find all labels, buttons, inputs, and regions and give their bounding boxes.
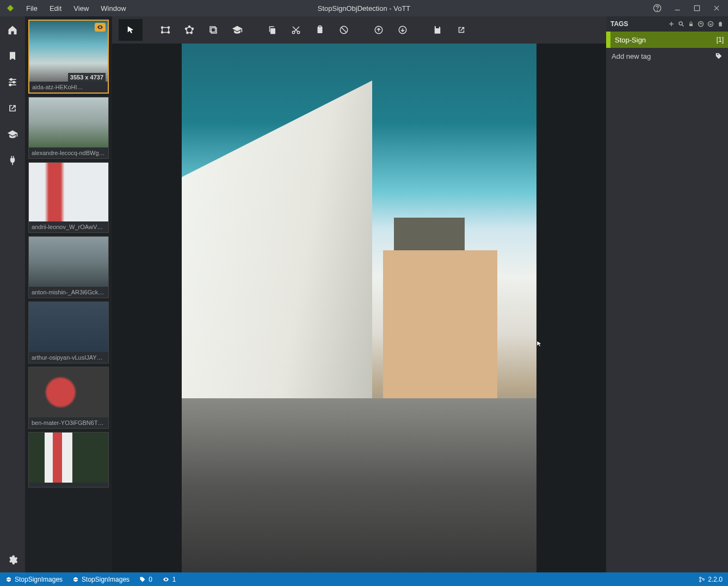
menu-file[interactable]: File [26,4,38,13]
move-tag-down-icon[interactable] [707,21,714,27]
window-controls [645,4,728,13]
footer-target-connection[interactable]: StopSignImages [72,576,129,583]
svg-rect-30 [319,26,322,28]
svg-point-17 [168,32,170,33]
svg-point-16 [162,32,163,33]
gear-icon[interactable] [7,554,18,566]
thumbnail-label [29,483,108,487]
status-bar: StopSignImages StopSignImages 0 1 2.2.0 [0,572,728,586]
tags-panel: TAGS Stop-Sign [1] Add new tag [606,16,728,572]
svg-point-10 [13,81,15,83]
thumbnail-item[interactable] [28,432,109,488]
minimize-icon[interactable] [674,4,681,12]
editor-toolbar [112,16,606,44]
window-title: StopSignObjDetection - VoTT [318,4,411,13]
delete-tag-icon[interactable] [717,21,724,27]
canvas-image[interactable] [182,44,536,572]
footer-target-label: StopSignImages [82,576,129,583]
thumbnail-item[interactable]: anton-mishin-_AR3i6Gck0Q-un… [28,236,109,298]
menu-window[interactable]: Window [101,4,126,13]
thumbnail-label: andrii-leonov_W_rOAwVBPno… [29,221,108,232]
svg-rect-24 [211,28,217,33]
title-bar: File Edit View Window StopSignObjDetecti… [0,0,728,16]
close-icon[interactable] [713,4,720,12]
svg-point-42 [700,577,701,578]
active-learning-button[interactable] [225,19,249,41]
copy-rectangle-button[interactable] [201,19,225,41]
thumbnail-item[interactable]: arthur-osipyan-vLusIJAYy_Q-un… [28,301,109,363]
export-project-button[interactable] [449,19,473,41]
thumbnail-image [29,433,108,483]
image-content [182,398,536,572]
thumbnails-panel[interactable]: 3553 x 4737 aida-atz-HEKoHI… alexandre-l… [25,16,112,572]
tags-header: TAGS [606,16,728,32]
svg-point-40 [699,22,704,27]
thumbnail-item[interactable]: alexandre-lecocq-ndBWgMLw6… [28,97,109,159]
svg-point-41 [708,22,713,27]
thumbnail-image [29,367,108,417]
lock-tag-icon[interactable] [688,21,694,27]
svg-point-12 [9,84,11,85]
footer-tagged-count: 0 [139,576,152,583]
thumbnail-image [29,302,108,352]
graduation-cap-icon[interactable] [7,128,18,140]
cut-button[interactable] [284,19,308,41]
canvas-area[interactable] [112,44,606,572]
plug-icon[interactable] [7,155,18,166]
svg-point-22 [187,32,188,34]
menu-edit[interactable]: Edit [50,4,61,13]
thumbnail-label: arthur-osipyan-vLusIJAYy_Q-un… [29,352,108,363]
cursor-icon [535,340,543,348]
thumbnail-item[interactable]: ben-mater-YO3iFGBN6TU-uns… [28,367,109,429]
home-icon[interactable] [7,24,18,36]
previous-asset-button[interactable] [367,19,391,41]
tag-hotkey: [1] [717,36,724,44]
search-tag-icon[interactable] [678,21,684,27]
help-icon[interactable] [653,4,662,13]
clear-regions-button[interactable] [332,19,356,41]
copy-button[interactable] [260,19,284,41]
thumbnail-dimensions: 3553 x 4737 [68,73,106,82]
select-tool-button[interactable] [119,19,143,41]
thumbnail-image [29,163,108,221]
thumbnail-item[interactable]: 3553 x 4737 aida-atz-HEKoHI… [28,20,109,94]
next-asset-button[interactable] [391,19,415,41]
svg-point-21 [190,32,192,34]
svg-line-38 [682,25,684,27]
svg-point-15 [168,27,170,28]
editor-area [112,16,606,572]
svg-rect-39 [689,24,693,27]
footer-tagged-value: 0 [149,576,152,583]
footer-version-label: 2.2.0 [708,576,723,583]
maximize-icon[interactable] [693,4,701,12]
thumbnail-image [29,237,108,287]
svg-rect-4 [694,5,699,10]
footer-source-connection[interactable]: StopSignImages [5,576,63,583]
footer-visited-value: 1 [172,576,176,583]
svg-rect-26 [270,28,275,34]
thumbnail-image [29,97,108,147]
move-tag-up-icon[interactable] [698,21,704,27]
add-tag-icon[interactable] [668,21,675,27]
footer-version[interactable]: 2.2.0 [699,576,723,583]
save-project-button[interactable] [425,19,449,41]
add-tag-input[interactable]: Add new tag [612,52,651,60]
paste-button[interactable] [308,19,332,41]
menu-bar: File Edit View Window [21,4,126,13]
footer-source-label: StopSignImages [15,576,63,583]
thumbnail-item[interactable]: andrii-leonov_W_rOAwVBPno… [28,162,109,233]
tag-name: Stop-Sign [615,36,646,44]
thumbnail-label: aida-atz-HEKoHI… [29,82,108,92]
svg-marker-0 [7,5,14,11]
bookmark-icon[interactable] [7,50,18,62]
add-tag-row[interactable]: Add new tag [606,48,728,64]
menu-view[interactable]: View [73,4,89,13]
sliders-icon[interactable] [7,76,18,88]
tag-item[interactable]: Stop-Sign [1] [606,32,728,48]
svg-line-32 [342,28,347,33]
draw-rectangle-button[interactable] [153,19,177,41]
external-link-icon[interactable] [7,102,18,114]
app-logo-icon [5,3,15,13]
draw-polygon-button[interactable] [177,19,201,41]
svg-point-14 [162,27,163,28]
